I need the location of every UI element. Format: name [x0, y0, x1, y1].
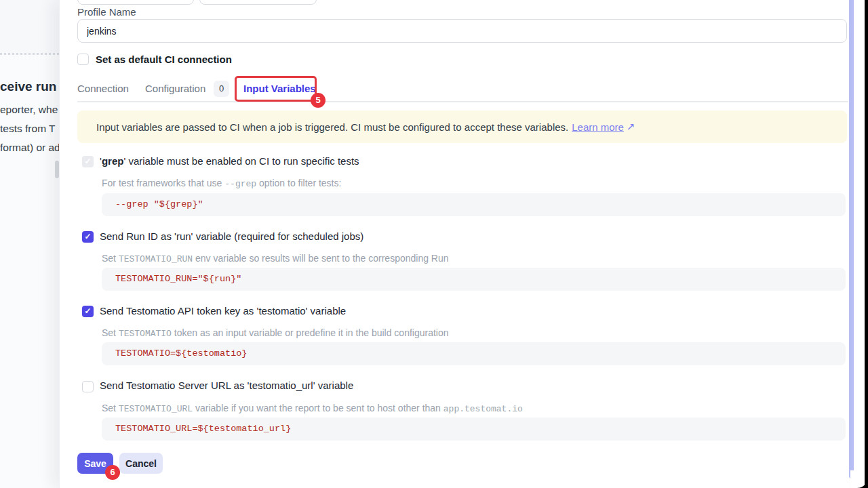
sidebar-text-fragment: eporter, whe: [0, 104, 58, 116]
testomatio-code-block: TESTOMATIO=${testomatio}: [102, 342, 846, 365]
check-icon: ✓: [82, 231, 94, 243]
tabs-divider: [77, 101, 848, 102]
testomatio-url-code-block: TESTOMATIO_URL=${testomatio_url}: [102, 418, 846, 441]
ci-connection-modal: Profile Name Set as default CI connectio…: [59, 0, 849, 488]
configuration-count-badge: 0: [214, 81, 229, 97]
annotation-badge-6: 6: [105, 465, 120, 480]
sidebar-heading-fragment: ceive run: [0, 79, 56, 94]
grep-label: 'grep' variable must be enabled on CI to…: [100, 155, 359, 167]
sidebar-top-block: [0, 0, 59, 55]
page-scrollbar[interactable]: [849, 0, 854, 479]
screen-edge: [865, 0, 868, 488]
grep-checkbox: ✓: [82, 156, 94, 167]
run-checkbox[interactable]: ✓: [82, 231, 94, 243]
external-link-icon: ↗: [627, 121, 635, 133]
cancel-button[interactable]: Cancel: [119, 453, 163, 474]
grep-hint: For test frameworks that use --grep opti…: [102, 178, 341, 190]
default-ci-checkbox[interactable]: [77, 54, 89, 65]
check-icon: ✓: [82, 156, 94, 167]
sidebar-text-fragment: format) or ad: [0, 142, 60, 154]
info-banner: Input variables are passed to CI when a …: [77, 110, 847, 143]
banner-text: Input variables are passed to CI when a …: [96, 121, 568, 133]
run-code-block: TESTOMATIO_RUN="${run}": [102, 268, 846, 291]
sidebar-text-fragment: tests from T: [0, 123, 56, 135]
check-icon: ✓: [82, 306, 94, 317]
background-sidebar: ceive run eporter, whe tests from T form…: [0, 0, 59, 488]
testomatio-label: Send Testomatio API token key as 'testom…: [100, 305, 346, 317]
testomatio-url-label: Send Testomatio Server URL as 'testomati…: [100, 380, 353, 392]
annotation-badge-5: 5: [311, 93, 326, 108]
testomatio-url-hint: Set TESTOMATIO_URL variable if you want …: [102, 403, 523, 415]
run-label: Send Run ID as 'run' variable (required …: [100, 230, 363, 243]
annotation-highlight-box: [235, 76, 317, 102]
run-hint: Set TESTOMATIO_RUN env variable so resul…: [102, 253, 449, 265]
grep-code-block: --grep "${grep}": [102, 193, 846, 216]
partial-input-left[interactable]: [77, 0, 194, 5]
testomatio-url-checkbox[interactable]: [82, 381, 94, 392]
default-ci-label: Set as default CI connection: [96, 54, 232, 65]
tab-configuration[interactable]: Configuration: [145, 83, 205, 94]
profile-name-input[interactable]: [77, 19, 847, 43]
tab-connection[interactable]: Connection: [77, 83, 129, 94]
partial-input-right[interactable]: [199, 0, 317, 5]
learn-more-link[interactable]: Learn more: [572, 121, 624, 133]
testomatio-hint: Set TESTOMATIO token as an input variabl…: [102, 327, 449, 340]
profile-name-label: Profile Name: [77, 6, 136, 18]
testomatio-checkbox[interactable]: ✓: [82, 306, 94, 317]
